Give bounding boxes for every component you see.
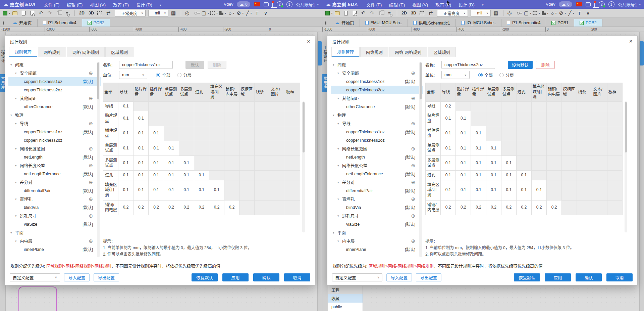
flag-icon[interactable]: ★	[254, 2, 260, 6]
matrix-cell[interactable]	[224, 141, 239, 156]
menu-item[interactable]: 放置 (P)	[432, 2, 455, 7]
matrix-cell[interactable]	[592, 126, 607, 141]
matrix-col-header[interactable]: 多层测试点	[501, 83, 516, 102]
matrix-cell[interactable]	[516, 101, 531, 111]
matrix-cell[interactable]	[516, 126, 531, 141]
document-tab[interactable]: PCB1	[546, 19, 574, 27]
tree-row[interactable]: ▾ 差分对 ⊕	[331, 178, 423, 186]
add-rule-icon[interactable]: ⊕	[411, 238, 415, 244]
matrix-col-header[interactable]: 导线	[441, 83, 456, 102]
document-tab[interactable]: ☁ 开始页	[329, 19, 360, 27]
add-rule-icon[interactable]: ⊕	[411, 146, 415, 152]
matrix-cell[interactable]	[516, 111, 531, 126]
matrix-cell[interactable]	[562, 111, 577, 126]
matrix-cell[interactable]	[547, 111, 562, 126]
tree-row[interactable]: innerPlane [默认]	[331, 245, 423, 254]
matrix-cell[interactable]: 0.1	[456, 180, 471, 200]
matrix-cell[interactable]	[179, 101, 194, 111]
matrix-cell[interactable]: 0.1	[456, 141, 471, 156]
document-tab[interactable]: PCB2	[82, 19, 110, 27]
tree-row[interactable]: ▾ 导线 ⊕	[8, 119, 101, 128]
add-rule-icon[interactable]: ⊕	[411, 213, 415, 219]
matrix-cell[interactable]	[562, 156, 577, 170]
matrix-cell[interactable]	[224, 126, 239, 141]
tree-row[interactable]: copperThickness2oz	[331, 86, 423, 94]
vdev-label[interactable]: Vdev	[224, 2, 233, 7]
matrix-col-header[interactable]: 线条	[577, 83, 592, 102]
matrix-cell[interactable]	[285, 156, 300, 170]
matrix-cell[interactable]	[607, 180, 622, 200]
matrix-col-header[interactable]: 插件焊盘	[149, 83, 164, 102]
tree-row[interactable]: ▾ 其他间距 ⊕	[8, 94, 101, 102]
tree-row[interactable]: ▾ 安全间距 ⊕	[8, 69, 101, 77]
matrix-cell[interactable]: 0.1	[179, 156, 194, 170]
matrix-cell[interactable]: 0.1	[501, 156, 516, 170]
app-logo[interactable]: ☁ 嘉立创 EDA	[3, 1, 36, 8]
tree-row[interactable]: otherClearance [默认]	[8, 102, 101, 111]
view-2d-button[interactable]: 2D	[77, 9, 86, 17]
matrix-col-header[interactable]: 文本/图片	[592, 83, 607, 102]
matrix-cell[interactable]	[592, 171, 607, 180]
matrix-cell[interactable]: 0.1	[179, 180, 194, 200]
right-dock-tab[interactable]	[318, 41, 322, 65]
tree-row[interactable]: copperThickness2oz	[331, 136, 423, 144]
matrix-cell[interactable]	[592, 180, 607, 200]
select-tool-icon[interactable]	[96, 9, 104, 17]
cloud-sync-button[interactable]: ☁ 0	[237, 1, 250, 7]
matrix-cell[interactable]	[592, 101, 607, 111]
matrix-col-header[interactable]: 挖槽区域	[562, 83, 577, 102]
matrix-cell[interactable]	[562, 180, 577, 200]
matrix-cell[interactable]	[209, 156, 224, 170]
matrix-cell[interactable]: 0.1	[194, 180, 209, 200]
matrix-cell[interactable]	[194, 156, 209, 170]
matrix-cell[interactable]: 0.1	[471, 171, 486, 180]
footprint-tool-icon[interactable]: ▾	[3, 9, 11, 17]
matrix-col-header[interactable]: 挖槽区域	[239, 83, 255, 102]
tree-row[interactable]: blindVia [默认]	[331, 203, 423, 212]
via-tool-icon[interactable]: ◎	[506, 9, 514, 17]
dialog-tab[interactable]: 规则管理	[331, 47, 360, 57]
matrix-cell[interactable]	[149, 111, 164, 126]
matrix-cell[interactable]: 0.1	[149, 126, 164, 141]
matrix-cell[interactable]	[547, 101, 562, 111]
add-rule-icon[interactable]: ⊕	[89, 196, 93, 202]
matrix-cell[interactable]	[547, 156, 562, 170]
matrix-cell[interactable]: 0.1	[441, 126, 456, 141]
save-icon[interactable]	[20, 9, 28, 17]
dialog-button[interactable]: 确认	[576, 273, 602, 281]
matrix-cell[interactable]: 0.1	[118, 101, 133, 111]
document-tab[interactable]: IO_MCU.Sche..	[456, 19, 502, 27]
matrix-col-header[interactable]: 全部	[426, 83, 441, 102]
matrix-cell[interactable]	[531, 171, 546, 180]
tree-scrollbar[interactable]	[419, 62, 422, 257]
matrix-cell[interactable]	[547, 141, 562, 156]
config-select[interactable]: 自定义配置 ∨	[332, 273, 382, 281]
tree-row[interactable]: ▾ 物理	[8, 111, 101, 119]
matrix-row-header[interactable]: 贴片焊盘	[426, 111, 441, 126]
tree-row[interactable]: netLengthTolerance [默认]	[8, 170, 101, 178]
matrix-cell[interactable]	[607, 111, 622, 126]
tree-scrollbar-thumb[interactable]	[420, 62, 422, 99]
notifications-icon[interactable]	[272, 2, 273, 7]
add-rule-icon[interactable]: ⊕	[411, 196, 415, 202]
matrix-cell[interactable]	[486, 101, 501, 111]
add-rule-icon[interactable]: ⊕	[89, 163, 93, 169]
matrix-scrollbar[interactable]	[625, 101, 627, 232]
matrix-cell[interactable]	[239, 141, 255, 156]
matrix-row-header[interactable]: 多层测试点	[103, 156, 118, 170]
matrix-cell[interactable]: 0.1	[164, 141, 179, 156]
matrix-cell[interactable]	[270, 200, 285, 215]
dialog-tab[interactable]: 网络规则	[38, 47, 66, 57]
dialog-tab[interactable]: 网络-网络规则	[67, 47, 105, 57]
tree-row[interactable]: ▾ 过孔尺寸 ⊕	[331, 212, 423, 220]
matrix-cell[interactable]	[501, 126, 516, 141]
tree-row[interactable]: viaSize [默认]	[8, 220, 101, 228]
keepout-tool-icon[interactable]: ⊘▾	[558, 9, 567, 17]
dialog-button[interactable]: 取消	[606, 273, 633, 281]
close-icon[interactable]: ×	[307, 38, 310, 44]
matrix-col-header[interactable]: 填充区域/泪滴	[531, 83, 546, 102]
matrix-col-header[interactable]: 过孔	[194, 83, 209, 102]
document-tab[interactable]: PCB2	[574, 19, 602, 27]
tree-row[interactable]: netLength [默认]	[331, 153, 423, 161]
matrix-cell[interactable]: 0.1	[118, 111, 133, 126]
